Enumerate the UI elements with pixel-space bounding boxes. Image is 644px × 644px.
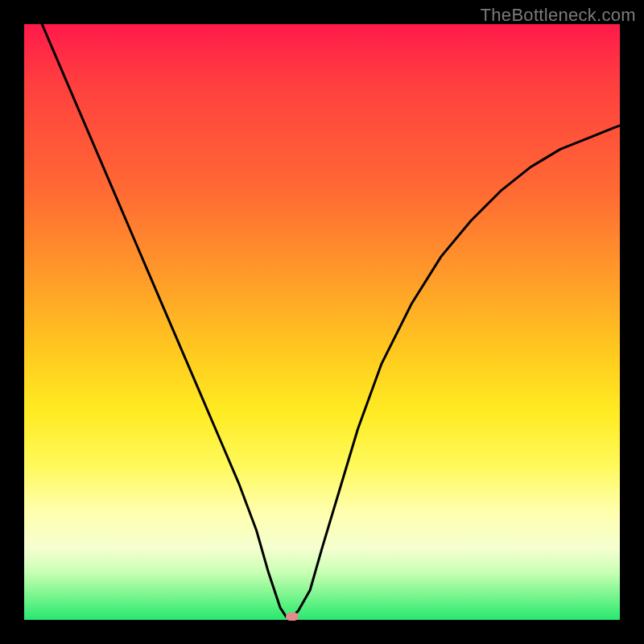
bottleneck-curve [24, 24, 620, 620]
chart-frame: TheBottleneck.com [0, 0, 644, 644]
watermark-text: TheBottleneck.com [481, 5, 636, 26]
plot-area [24, 24, 620, 620]
curve-path [42, 24, 620, 617]
optimal-marker [286, 613, 299, 621]
